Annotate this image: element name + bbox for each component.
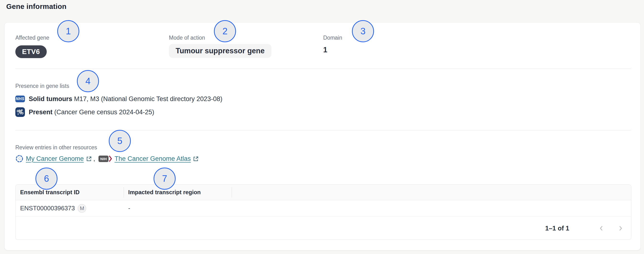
- gene-list-item-cancer-gene-census: Present (Cancer Gene census 2024-04-25): [15, 107, 154, 117]
- pagination-range-label: 1–1 of 1: [545, 225, 569, 232]
- annotation-marker-3: 3: [352, 20, 374, 42]
- column-separator: [124, 187, 124, 198]
- table-pagination: 1–1 of 1: [16, 216, 631, 240]
- resources-label: Review entries in other resources: [15, 144, 97, 151]
- gene-information-card: Affected gene ETV6 Mode of action Tumour…: [4, 22, 641, 250]
- gene-list-text: Solid tumours M17, M3 (National Genomic …: [29, 95, 222, 103]
- annotation-marker-5: 5: [109, 130, 131, 152]
- column-separator: [232, 187, 232, 198]
- mode-of-action-label: Mode of action: [169, 34, 205, 41]
- affected-gene-value-badge: ETV6: [15, 45, 47, 58]
- pagination-next-button[interactable]: [617, 225, 624, 232]
- domain-value: 1: [323, 46, 327, 54]
- chevron-left-icon: [598, 225, 605, 232]
- section-divider: [15, 69, 631, 69]
- gene-information-page: Gene information Affected gene ETV6 Mode…: [0, 0, 644, 254]
- external-link-icon: [86, 156, 92, 162]
- annotation-marker-1: 1: [57, 20, 79, 42]
- impacted-region-cell: -: [128, 200, 130, 216]
- gene-list-item-nhs: NHS Solid tumours M17, M3 (National Geno…: [15, 94, 222, 104]
- mode-of-action-value-chip: Tumour suppressor gene: [169, 44, 272, 58]
- transcript-id-cell: ENST00000396373 M: [20, 200, 86, 216]
- resources-links-row: My Cancer Genome , NIH The Cancer Genome…: [15, 154, 200, 164]
- cancer-gene-census-icon: [15, 107, 25, 117]
- transcript-id: ENST00000396373: [20, 205, 75, 212]
- nih-icon: NIH: [98, 155, 112, 162]
- mane-select-badge: M: [78, 204, 86, 213]
- domain-label: Domain: [323, 34, 342, 41]
- section-divider: [15, 130, 631, 130]
- the-cancer-genome-atlas-link[interactable]: The Cancer Genome Atlas: [114, 155, 191, 163]
- pagination-prev-button[interactable]: [598, 225, 605, 232]
- annotation-marker-6: 6: [36, 168, 58, 190]
- link-separator: ,: [94, 155, 95, 163]
- annotation-marker-2: 2: [214, 20, 236, 42]
- affected-gene-label: Affected gene: [15, 34, 49, 41]
- page-title: Gene information: [6, 3, 66, 11]
- nhs-icon: NHS: [15, 95, 25, 102]
- annotation-marker-4: 4: [77, 70, 99, 92]
- my-cancer-genome-icon: [15, 155, 24, 163]
- transcripts-table-header: Ensembl transcript ID Impacted transcrip…: [16, 185, 631, 200]
- chevron-right-icon: [617, 225, 624, 232]
- my-cancer-genome-link[interactable]: My Cancer Genome: [26, 155, 84, 163]
- gene-lists-label: Presence in gene lists: [15, 82, 69, 89]
- external-link-icon: [193, 156, 199, 162]
- annotation-marker-7: 7: [154, 168, 176, 190]
- table-row: ENST00000396373 M -: [16, 200, 631, 216]
- gene-list-text: Present (Cancer Gene census 2024-04-25): [29, 108, 154, 116]
- transcripts-table: Ensembl transcript ID Impacted transcrip…: [15, 184, 631, 240]
